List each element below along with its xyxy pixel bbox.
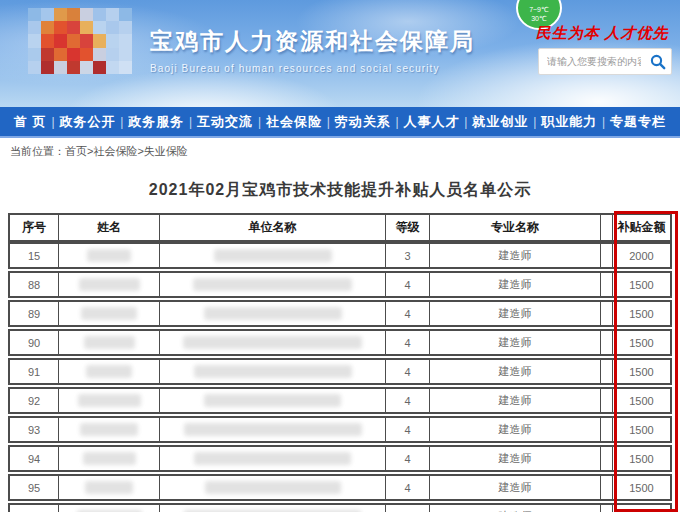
redacted-unit [204,307,342,320]
redacted-name [86,365,132,378]
cell-major: 建造师 [430,447,601,470]
nav-item-7[interactable]: 就业创业 [472,113,528,131]
redacted-unit [193,278,352,291]
redacted-name [81,307,137,320]
redacted-unit [214,249,332,262]
cell-level: 4 [386,389,430,412]
nav-separator: | [47,115,60,129]
nav-separator: | [460,115,473,129]
nav-separator: | [115,115,128,129]
cell-major: 建造师 [430,389,601,412]
cell-name-redacted [59,418,160,441]
page-title: 2021年02月宝鸡市技术技能提升补贴人员名单公示 [0,180,680,201]
cell-name-redacted [59,244,160,267]
cell-unit-redacted [160,476,386,499]
redacted-unit [205,481,341,494]
breadcrumb: 当前位置： 首页>社会保险>失业保险 [0,138,680,164]
cell-seq: 91 [10,360,59,383]
cell-name-redacted [59,389,160,412]
cell-major: 建造师 [430,505,601,512]
nav-item-8[interactable]: 职业能力 [541,113,597,131]
nav-item-3[interactable]: 互动交流 [197,113,253,131]
cell-major: 建造师 [430,302,601,325]
table-row: 153建造师2000 [8,242,672,269]
nav-item-0[interactable]: 首 页 [14,113,47,131]
national-emblem-pixelated-logo [28,8,132,74]
cell-level: 4 [386,360,430,383]
nav-item-6[interactable]: 人事人才 [404,113,460,131]
breadcrumb-label: 当前位置： [10,144,65,159]
nav-separator: | [184,115,197,129]
table-row: 964建造师1500 [8,503,672,512]
redacted-unit [184,423,362,436]
cell-major: 建造师 [430,476,601,499]
cell-seq: 90 [10,331,59,354]
page: 宝鸡市人力资源和社会保障局 Baoji Bureau of human reso… [0,0,680,512]
cell-name-redacted [59,476,160,499]
cell-seq: 94 [10,447,59,470]
redacted-name [78,394,141,407]
cell-unit-redacted [160,244,386,267]
search-input[interactable] [539,56,645,67]
cell-seq: 93 [10,418,59,441]
redacted-name [79,278,140,291]
cell-amount: 2000 [613,244,670,267]
table-row: 904建造师1500 [8,329,672,356]
cell-name-redacted [59,360,160,383]
column-header-6: 补贴金额 [613,215,670,240]
table-row: 934建造师1500 [8,416,672,443]
cell-amount: 1500 [613,418,670,441]
cell-unit-redacted [160,389,386,412]
breadcrumb-path[interactable]: 首页>社会保险>失业保险 [65,144,188,159]
column-header-3: 等级 [386,215,430,240]
column-header-4: 专业名称 [430,215,601,240]
cell-level: 4 [386,331,430,354]
table-body: 153建造师2000884建造师1500894建造师1500904建造师1500… [8,242,672,512]
cell-major: 建造师 [430,273,601,296]
table-row: 944建造师1500 [8,445,672,472]
cell-amount: 1500 [613,447,670,470]
nav-item-4[interactable]: 社会保险 [266,113,322,131]
cell-unit-redacted [160,418,386,441]
table-row: 954建造师1500 [8,474,672,501]
cell-empty [601,244,613,267]
cell-amount: 1500 [613,389,670,412]
main-nav: 首 页|政务公开|政务服务|互动交流|社会保险|劳动关系|人事人才|就业创业|职… [0,107,680,138]
cell-level: 4 [386,273,430,296]
column-header-5 [601,215,613,240]
cell-empty [601,476,613,499]
cell-amount: 1500 [613,302,670,325]
nav-item-1[interactable]: 政务公开 [59,113,115,131]
cell-amount: 1500 [613,505,670,512]
nav-item-9[interactable]: 专题专栏 [610,113,666,131]
cell-major: 建造师 [430,418,601,441]
weather-line2: 30℃ [531,14,547,23]
redacted-unit [194,452,351,465]
cell-level: 4 [386,418,430,441]
search-icon [650,54,666,70]
cell-major: 建造师 [430,244,601,267]
site-titles: 宝鸡市人力资源和社会保障局 Baoji Bureau of human reso… [150,26,475,74]
cell-unit-redacted [160,302,386,325]
cell-unit-redacted [160,273,386,296]
redacted-name [85,481,133,494]
cell-seq: 88 [10,273,59,296]
cell-seq: 89 [10,302,59,325]
nav-item-2[interactable]: 政务服务 [128,113,184,131]
nav-item-5[interactable]: 劳动关系 [335,113,391,131]
slogan-text: 民生为本 人才优先 [534,24,670,43]
cell-amount: 1500 [613,273,670,296]
search-box [538,48,672,75]
cell-seq: 96 [10,505,59,512]
cell-name-redacted [59,273,160,296]
nav-separator: | [597,115,610,129]
column-header-0: 序号 [10,215,59,240]
search-button[interactable] [645,49,671,74]
cell-level: 4 [386,447,430,470]
redacted-unit [183,336,362,349]
cell-seq: 95 [10,476,59,499]
column-header-2: 单位名称 [160,215,386,240]
redacted-unit [194,365,352,378]
cell-name-redacted [59,331,160,354]
nav-separator: | [253,115,266,129]
